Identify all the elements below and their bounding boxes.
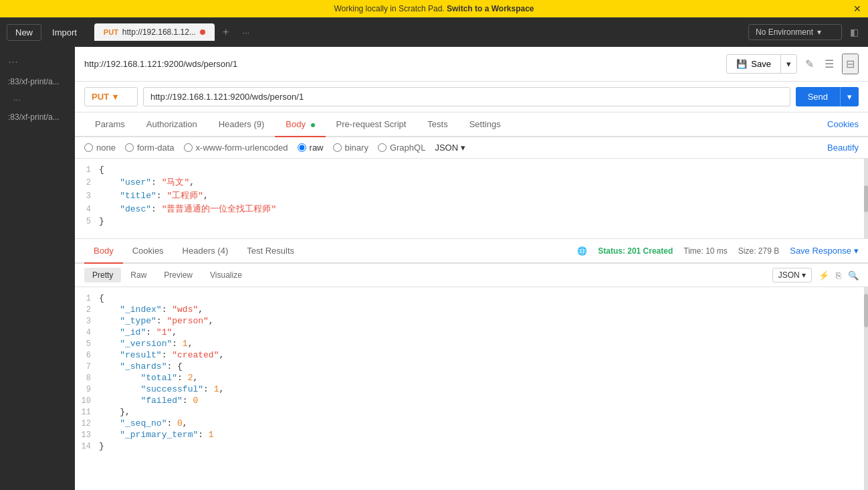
json-chevron-icon: ▾ [461,143,465,153]
right-panel-toggle[interactable]: ◧ [847,24,861,40]
response-tab-test-results[interactable]: Test Results [237,239,304,264]
url-input[interactable] [143,87,790,106]
tab-headers[interactable]: Headers (9) [208,112,276,137]
sidebar-item-1[interactable]: :83/xf-print/a... [0,73,75,90]
tab-authorization[interactable]: Authorization [136,112,208,137]
line-num-3: 3 [75,191,99,201]
body-active-dot [311,123,315,127]
switch-workspace-link[interactable]: Switch to a Workspace [447,4,534,13]
add-tab-button[interactable]: + [217,23,234,41]
option-x-www[interactable]: x-www-form-urlencoded [184,143,288,153]
option-raw[interactable]: raw [298,143,324,153]
line-num-2: 2 [75,178,99,187]
tab-more-button[interactable]: ··· [237,25,255,40]
tab-dirty-dot [200,29,205,35]
resp-line-4: 4 "_id": "1", [75,327,868,338]
url-display: http://192.168.1.121:9200/wds/person/1 [84,59,237,69]
editor-scrollbar-thumb[interactable] [864,185,868,212]
sidebar-item-1-more[interactable]: ··· [0,92,75,107]
send-button-group: Send ▾ [796,87,859,106]
editor-scrollbar[interactable] [864,159,868,238]
top-banner: Working locally in Scratch Pad. Switch t… [0,0,868,17]
beautify-button[interactable]: Beautify [827,143,859,153]
method-chevron-icon: ▾ [113,92,118,102]
line-num-4: 4 [75,205,99,214]
right-sidebar-toggle[interactable]: ⊟ [842,54,859,74]
header-row: New Import PUT http://192.168.1.12... + … [0,17,868,47]
filter-icon[interactable]: ⚡ [819,270,829,280]
tab-params[interactable]: Params [84,112,136,137]
send-arrow-button[interactable]: ▾ [840,87,859,106]
copy-icon[interactable]: ⎘ [836,270,841,280]
resp-line-1: 1 { [75,293,868,304]
search-icon[interactable]: 🔍 [848,270,859,280]
close-banner-button[interactable]: ✕ [853,3,861,14]
sidebar-item-2[interactable]: :83/xf-print/a... [0,108,75,126]
response-tabs-row: Body Cookies Headers (4) Test Results 🌐 … [75,239,868,264]
banner-text: Working locally in Scratch Pad. Switch t… [334,4,534,13]
resp-line-3: 3 "_type": "person", [75,315,868,327]
sidebar-more-icon[interactable]: ··· [0,52,75,72]
body-options-row: none form-data x-www-form-urlencoded raw… [75,137,868,159]
method-selector[interactable]: PUT ▾ [84,87,138,106]
response-meta: 🌐 Status: 201 Created Time: 10 ms Size: … [577,246,859,256]
save-button[interactable]: 💾 Save [727,56,780,72]
main-layout: ··· :83/xf-print/a... ··· :83/xf-print/a… [0,47,868,490]
url-actions: 💾 Save ▾ ✎ ☰ ⊟ [726,54,859,74]
method-label: PUT [92,92,109,102]
edit-icon-button[interactable]: ✎ [802,55,817,73]
comment-icon-button[interactable]: ☰ [822,55,837,73]
resp-line-5: 5 "_version": 1, [75,338,868,349]
resp-line-14: 14 } [75,440,868,452]
resp-line-11: 11 }, [75,406,868,418]
save-dropdown-arrow[interactable]: ▾ [780,55,796,73]
response-view-right: JSON ▾ ⚡ ⎘ 🔍 [772,268,859,282]
response-section: Body Cookies Headers (4) Test Results 🌐 … [75,239,868,490]
import-button[interactable]: Import [47,25,82,40]
option-graphql[interactable]: GraphQL [378,143,425,153]
view-tab-preview[interactable]: Preview [156,268,201,282]
tab-url-label: http://192.168.1.12... [122,27,196,37]
response-tab-cookies[interactable]: Cookies [123,239,173,264]
response-size: Size: 279 B [738,246,779,256]
save-response-button[interactable]: Save Response ▾ [790,246,859,256]
code-line-1: 1 { [75,164,868,175]
env-label: No Environment [756,27,813,37]
environment-selector[interactable]: No Environment ▾ [748,24,842,40]
tab-body[interactable]: Body [275,112,325,137]
option-form-data[interactable]: form-data [125,143,175,153]
json-format-selector[interactable]: JSON ▾ [435,143,465,153]
tab-settings[interactable]: Settings [459,112,512,137]
url-bar-section: http://192.168.1.121:9200/wds/person/1 💾… [75,47,868,82]
body-type-options: none form-data x-www-form-urlencoded raw… [84,143,465,153]
option-none[interactable]: none [84,143,116,153]
response-scrollbar[interactable] [864,287,868,490]
response-tabs: Body Cookies Headers (4) Test Results [84,239,304,262]
format-chevron: ▾ [802,270,806,280]
request-body-editor[interactable]: 1 { 2 "user": "马文", 3 "title": "工程师", 4 [75,159,868,239]
response-format-selector[interactable]: JSON ▾ [772,268,812,282]
response-tab-body[interactable]: Body [84,239,123,264]
active-tab[interactable]: PUT http://192.168.1.12... [94,23,215,41]
response-time: Time: 10 ms [683,246,728,256]
response-scrollbar-thumb[interactable] [864,294,868,327]
save-icon: 💾 [736,59,747,69]
view-tab-pretty[interactable]: Pretty [84,268,121,282]
view-tab-raw[interactable]: Raw [122,268,154,282]
cookies-link[interactable]: Cookies [827,119,859,129]
option-binary[interactable]: binary [333,143,368,153]
view-tab-visualize[interactable]: Visualize [202,268,250,282]
resp-line-8: 8 "total": 2, [75,372,868,384]
chevron-down-icon: ▾ [817,27,821,37]
response-tab-headers[interactable]: Headers (4) [173,239,238,264]
code-line-5: 5 } [75,216,868,227]
tab-tests[interactable]: Tests [417,112,458,137]
response-status: Status: 201 Created [598,246,673,256]
tab-pre-request[interactable]: Pre-request Script [326,112,417,137]
tab-bar: PUT http://192.168.1.12... + ··· [94,23,743,41]
code-line-2: 2 "user": "马文", [75,175,868,189]
new-button[interactable]: New [7,24,41,41]
resp-line-2: 2 "_index": "wds", [75,304,868,315]
send-button[interactable]: Send [796,87,840,106]
save-response-chevron: ▾ [854,246,859,256]
